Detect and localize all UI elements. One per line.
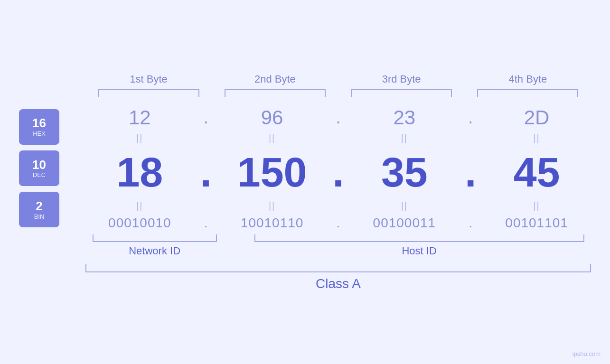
main-container: 1st Byte 2nd Byte 3rd Byte 4th Byte 16 H… xyxy=(0,0,610,364)
top-bracket-2 xyxy=(212,89,338,97)
bin-val-2: 10010110 xyxy=(218,215,327,231)
bottom-brackets-section: Network ID Host ID xyxy=(19,234,591,257)
host-id-bracket: Host ID xyxy=(247,234,591,257)
bin-val-4: 00101101 xyxy=(482,215,591,231)
badge-column: 16 HEX 10 DEC 2 BIN xyxy=(19,106,85,231)
top-bracket-3 xyxy=(338,89,465,97)
bin-row: 00010010 . 10010110 . 00100011 . 0010110… xyxy=(85,215,591,231)
dec-row: 18 . 150 . 35 . 45 xyxy=(85,148,591,196)
dec-val-3: 35 xyxy=(350,151,459,193)
eq2-4: || xyxy=(482,200,591,211)
byte-header-1: 1st Byte xyxy=(85,73,212,85)
dot-2: . xyxy=(327,108,350,128)
bin-badge: 2 BIN xyxy=(19,192,59,227)
content-area: 16 HEX 10 DEC 2 BIN 12 . 96 . 23 . 2D xyxy=(19,106,591,231)
dec-badge: 10 DEC xyxy=(19,150,59,186)
hex-val-4: 2D xyxy=(482,106,591,129)
class-bracket-line xyxy=(85,264,591,272)
network-id-label: Network ID xyxy=(129,245,180,257)
byte-headers-row: 1st Byte 2nd Byte 3rd Byte 4th Byte xyxy=(19,73,591,85)
dec-val-2: 150 xyxy=(218,151,327,193)
dec-badge-label: DEC xyxy=(33,171,46,178)
eq2-3: || xyxy=(350,200,459,211)
hex-row: 12 . 96 . 23 . 2D xyxy=(85,106,591,129)
hex-badge-number: 16 xyxy=(32,116,46,130)
host-id-label: Host ID xyxy=(402,245,436,257)
network-id-bracket: Network ID xyxy=(85,234,224,257)
class-section: Class A xyxy=(19,264,591,291)
class-label: Class A xyxy=(85,276,591,291)
bin-badge-label: BIN xyxy=(34,213,45,220)
dec-badge-number: 10 xyxy=(32,158,46,172)
top-brackets-row xyxy=(19,89,591,97)
eq-1: || xyxy=(85,133,194,144)
dot-3: . xyxy=(459,108,482,128)
hex-val-1: 12 xyxy=(85,106,194,129)
hex-badge: 16 HEX xyxy=(19,109,59,145)
eq2-1: || xyxy=(85,200,194,211)
top-bracket-1 xyxy=(85,89,212,97)
eq-3: || xyxy=(350,133,459,144)
byte-header-3: 3rd Byte xyxy=(338,73,465,85)
dec-dot-2: . xyxy=(327,148,350,196)
hex-val-2: 96 xyxy=(218,106,327,129)
equals-row-2: || || || || xyxy=(85,196,591,215)
byte-header-4: 4th Byte xyxy=(465,73,591,85)
dec-dot-3: . xyxy=(459,148,482,196)
bin-dot-1: . xyxy=(194,215,218,231)
bin-dot-2: . xyxy=(327,215,350,231)
hex-val-3: 23 xyxy=(350,106,459,129)
bin-dot-3: . xyxy=(459,215,482,231)
eq-2: || xyxy=(218,133,327,144)
dec-dot-1: . xyxy=(194,148,218,196)
bin-badge-number: 2 xyxy=(36,199,42,213)
eq2-2: || xyxy=(218,200,327,211)
values-grid: 12 . 96 . 23 . 2D || || || || 18 xyxy=(85,106,591,231)
equals-row-1: || || || || xyxy=(85,129,591,148)
dot-1: . xyxy=(194,108,218,128)
eq-4: || xyxy=(482,133,591,144)
watermark: ipshu.com xyxy=(572,350,601,357)
bin-val-3: 00100011 xyxy=(350,215,459,231)
bin-val-1: 00010010 xyxy=(85,215,194,231)
hex-badge-label: HEX xyxy=(33,130,46,137)
dec-val-1: 18 xyxy=(85,151,194,193)
top-bracket-4 xyxy=(465,89,591,97)
byte-header-2: 2nd Byte xyxy=(212,73,338,85)
dec-val-4: 45 xyxy=(482,151,591,193)
